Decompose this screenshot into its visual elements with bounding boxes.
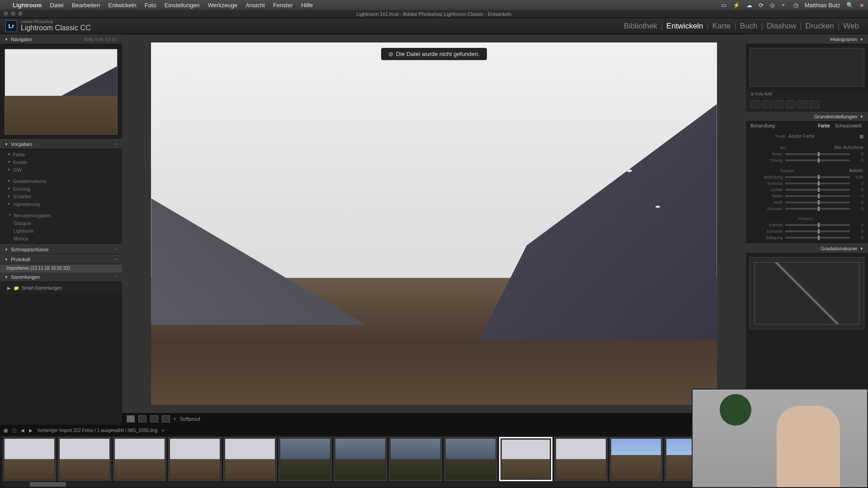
thumbnail[interactable]: [444, 437, 497, 481]
macos-menubar: Lightroom Datei Bearbeiten Entwickeln Fo…: [0, 0, 868, 10]
collection-item[interactable]: ▶📁Smart-Sammlungen: [0, 284, 122, 292]
module-entwickeln[interactable]: Entwickeln: [663, 22, 707, 31]
thumbnail[interactable]: [609, 437, 663, 481]
preset-folder[interactable]: ▶Kreativ: [0, 159, 122, 166]
survey-view-button[interactable]: [162, 415, 170, 422]
thumbnail[interactable]: [223, 437, 277, 481]
second-window-icon[interactable]: ▢: [12, 428, 16, 433]
preset-folder[interactable]: ▶S/W: [0, 166, 122, 174]
module-karte[interactable]: Karte: [709, 22, 735, 31]
history-header[interactable]: ▼ Protokoll×: [0, 254, 122, 264]
app-header: Lr Adobe Photoshop Lightroom Classic CC …: [0, 18, 868, 34]
menu-hilfe[interactable]: Hilfe: [301, 2, 313, 9]
slider-contrast[interactable]: Kontrast0: [750, 180, 863, 187]
softproof-toggle[interactable]: Softproof: [180, 416, 200, 422]
radial-tool[interactable]: [797, 100, 807, 108]
history-entry[interactable]: Importieren (12.11.18 15:31:32): [0, 264, 122, 272]
gradient-tool[interactable]: [786, 100, 796, 108]
slider-temp[interactable]: Temp.0: [750, 151, 863, 157]
menubar-icon[interactable]: ☁: [746, 2, 752, 9]
preset-folder[interactable]: ▶Vignettierung: [0, 201, 122, 208]
menu-bearbeiten[interactable]: Bearbeiten: [72, 2, 100, 9]
crop-tool[interactable]: [750, 100, 760, 108]
thumbnail[interactable]: [389, 437, 442, 481]
preset-item[interactable]: Glasgow: [0, 220, 122, 227]
preset-item[interactable]: Monica: [0, 235, 122, 243]
module-diashow[interactable]: Diashow: [763, 22, 800, 31]
navigator-header[interactable]: ▼ Navigator Einp. Ausf. 1:1 3:1: [0, 34, 122, 44]
treatment-bw[interactable]: Schwarzweiß: [833, 123, 863, 128]
snapshots-header[interactable]: ▼ Schnappschüsse+: [0, 244, 122, 254]
thumbnail[interactable]: [3, 437, 56, 481]
preset-folder[interactable]: ▶Körnung: [0, 185, 122, 193]
menu-einstellungen[interactable]: Einstellungen: [165, 2, 200, 9]
thumbnail[interactable]: [168, 437, 222, 481]
module-bibliothek[interactable]: Bibliothek: [620, 22, 661, 31]
brush-tool[interactable]: [809, 100, 819, 108]
menubar-user[interactable]: Matthias Butz: [805, 2, 840, 9]
slider-exposure[interactable]: Belichtung0,00: [750, 174, 863, 180]
menubar-icon[interactable]: ᯤ: [781, 2, 787, 9]
menubar-icon[interactable]: ⊙: [770, 2, 775, 9]
preset-folder[interactable]: ▶Gradationskurve: [0, 178, 122, 185]
menubar-icon[interactable]: ▭: [721, 2, 726, 9]
menu-werkzeuge[interactable]: Werkzeuge: [208, 2, 238, 9]
menubar-icon[interactable]: ⚡: [733, 2, 740, 9]
collections-header[interactable]: ▼ Sammlungen+: [0, 272, 122, 282]
thumbnail[interactable]: [554, 437, 608, 481]
menu-fenster[interactable]: Fenster: [273, 2, 293, 9]
thumbnail[interactable]: [113, 437, 166, 481]
slider-shadows[interactable]: Tiefen0: [750, 193, 863, 199]
treatment-color[interactable]: Farbe: [816, 123, 832, 128]
before-after-button[interactable]: [138, 415, 146, 422]
compare-view-button[interactable]: [150, 415, 158, 422]
nav-fwd-icon[interactable]: ▶: [29, 428, 33, 433]
module-buch[interactable]: Buch: [736, 22, 761, 31]
menu-ansicht[interactable]: Ansicht: [245, 2, 265, 9]
slider-vibrance[interactable]: Dynamik0: [750, 228, 863, 235]
histogram[interactable]: [750, 48, 864, 87]
disclosure-icon: ▼: [860, 247, 863, 251]
menubar-icon[interactable]: ◷: [793, 2, 798, 9]
module-drucken[interactable]: Drucken: [802, 22, 838, 31]
menu-datei[interactable]: Datei: [50, 2, 63, 9]
thumbnail[interactable]: [278, 437, 332, 481]
loupe-view-button[interactable]: [127, 415, 135, 422]
slider-clarity[interactable]: Klarheit0: [750, 222, 863, 228]
preset-item[interactable]: Lightroom: [0, 227, 122, 235]
preset-folder[interactable]: ▼Benutzervorgaben: [0, 212, 122, 220]
thumbnail[interactable]: [58, 437, 111, 481]
slider-whites[interactable]: Weiß0: [750, 199, 863, 206]
redeye-tool[interactable]: [774, 100, 784, 108]
spot-tool[interactable]: [762, 100, 772, 108]
menubar-icon[interactable]: ⟳: [759, 2, 764, 9]
nav-back-icon[interactable]: ◀: [21, 428, 24, 433]
basic-header[interactable]: Grundeinstellungen ▼: [746, 112, 868, 122]
app-menu[interactable]: Lightroom: [13, 2, 42, 9]
slider-highlights[interactable]: Lichter0: [750, 187, 863, 193]
thumbnail-selected[interactable]: [499, 437, 552, 481]
auto-tone-button[interactable]: Autom.: [827, 168, 863, 173]
main-photo[interactable]: [151, 42, 717, 405]
thumbnail[interactable]: [334, 437, 387, 481]
module-web[interactable]: Web: [840, 22, 863, 31]
presets-header[interactable]: ▼ Vorgaben+: [0, 139, 122, 149]
menu-foto[interactable]: Foto: [145, 2, 156, 9]
grid-view-icon[interactable]: ▦: [4, 428, 8, 433]
slider-tint[interactable]: Tönung0: [750, 157, 863, 164]
histogram-header[interactable]: Histogramm ▼: [746, 34, 868, 44]
slider-saturation[interactable]: Sättigung0: [750, 235, 863, 241]
slider-blacks[interactable]: Schwarz0: [750, 206, 863, 212]
search-icon[interactable]: 🔍: [846, 2, 854, 9]
window-controls[interactable]: [4, 11, 23, 16]
breadcrumb[interactable]: Vorheriger Import 322 Fotos / 1 ausgewäh…: [37, 428, 157, 433]
preset-folder[interactable]: ▶Schärfen: [0, 193, 122, 201]
menu-icon[interactable]: ≡: [860, 2, 863, 9]
navigator-preview[interactable]: [0, 44, 122, 139]
preset-folder[interactable]: ▶Farbe: [0, 151, 122, 159]
menu-entwickeln[interactable]: Entwickeln: [108, 2, 137, 9]
treatment-row: Behandlung: Farbe Schwarzweiß: [746, 122, 868, 130]
tonecurve-header[interactable]: Gradationskurve ▼: [746, 244, 868, 253]
profile-browser-icon[interactable]: ▦: [859, 134, 863, 139]
tone-curve[interactable]: [750, 257, 864, 329]
